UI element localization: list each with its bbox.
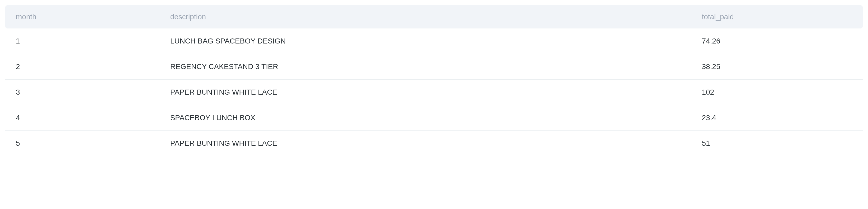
cell-description: PAPER BUNTING WHITE LACE [160,79,691,105]
cell-total-paid: 102 [691,79,863,105]
data-table: month description total_paid 1 LUNCH BAG… [5,5,863,156]
cell-description: LUNCH BAG SPACEBOY DESIGN [160,29,691,54]
cell-description: REGENCY CAKESTAND 3 TIER [160,54,691,79]
cell-total-paid: 74.26 [691,29,863,54]
column-header-description: description [160,5,691,29]
cell-total-paid: 38.25 [691,54,863,79]
table-row: 1 LUNCH BAG SPACEBOY DESIGN 74.26 [5,29,863,54]
table-body: 1 LUNCH BAG SPACEBOY DESIGN 74.26 2 REGE… [5,29,863,156]
cell-month: 3 [5,79,160,105]
cell-month: 1 [5,29,160,54]
table-row: 3 PAPER BUNTING WHITE LACE 102 [5,79,863,105]
table-row: 5 PAPER BUNTING WHITE LACE 51 [5,131,863,156]
cell-month: 5 [5,131,160,156]
cell-description: SPACEBOY LUNCH BOX [160,105,691,131]
table-row: 2 REGENCY CAKESTAND 3 TIER 38.25 [5,54,863,79]
table-row: 4 SPACEBOY LUNCH BOX 23.4 [5,105,863,131]
cell-total-paid: 51 [691,131,863,156]
table-header: month description total_paid [5,5,863,29]
cell-total-paid: 23.4 [691,105,863,131]
column-header-total-paid: total_paid [691,5,863,29]
column-header-month: month [5,5,160,29]
cell-month: 2 [5,54,160,79]
table-header-row: month description total_paid [5,5,863,29]
cell-description: PAPER BUNTING WHITE LACE [160,131,691,156]
cell-month: 4 [5,105,160,131]
